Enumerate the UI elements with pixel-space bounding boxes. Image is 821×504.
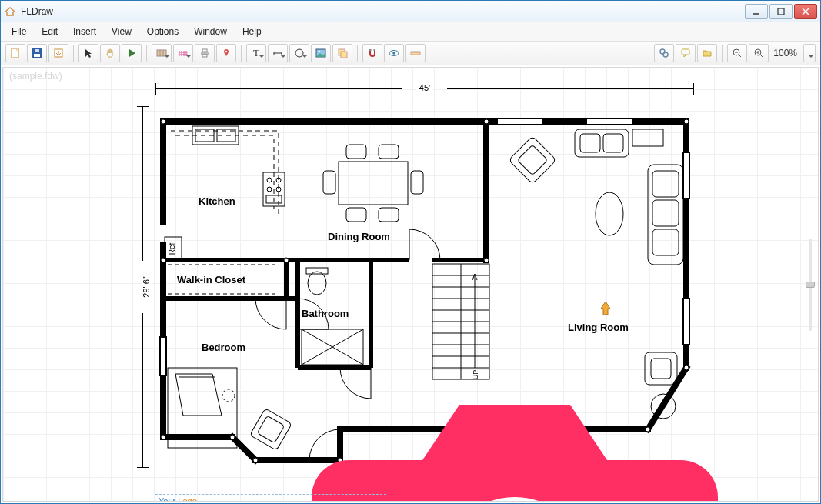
svg-rect-51 xyxy=(411,171,423,194)
dimension-horizontal: 45' xyxy=(155,83,694,95)
svg-point-13 xyxy=(225,51,227,52)
maximize-button[interactable] xyxy=(769,4,793,19)
new-file-button[interactable] xyxy=(5,44,25,62)
svg-point-90 xyxy=(484,119,489,124)
svg-rect-5 xyxy=(35,49,39,52)
text-tool[interactable]: T xyxy=(246,44,266,62)
svg-point-17 xyxy=(319,51,321,53)
dimension-height-label: 29' 6" xyxy=(142,273,151,300)
zoom-dropdown[interactable] xyxy=(803,44,816,62)
close-button[interactable] xyxy=(794,4,817,19)
svg-rect-63 xyxy=(575,129,629,157)
menu-help[interactable]: Help xyxy=(236,24,268,39)
menu-options[interactable]: Options xyxy=(141,24,185,39)
svg-point-92 xyxy=(161,258,165,262)
menu-view[interactable]: View xyxy=(105,24,138,39)
svg-rect-7 xyxy=(157,50,166,56)
svg-rect-67 xyxy=(652,171,679,197)
floor-plan: 45' 29' 6" xyxy=(155,83,694,489)
grid-button[interactable] xyxy=(152,44,172,62)
svg-rect-66 xyxy=(648,165,683,265)
svg-point-89 xyxy=(161,119,165,124)
svg-rect-87 xyxy=(683,299,689,345)
svg-point-39 xyxy=(267,178,272,182)
svg-point-83 xyxy=(222,389,235,402)
image-tool[interactable] xyxy=(311,44,331,62)
pan-tool[interactable] xyxy=(100,44,120,62)
svg-rect-69 xyxy=(652,229,679,255)
menubar: File Edit Insert View Options Window Hel… xyxy=(1,22,820,41)
settings-button[interactable] xyxy=(654,44,674,62)
ruler-button[interactable] xyxy=(405,44,426,62)
svg-rect-76 xyxy=(632,129,663,146)
import-button[interactable] xyxy=(48,44,68,62)
circle-icon xyxy=(294,48,305,58)
zoom-out-button[interactable] xyxy=(727,44,747,62)
logo-placeholder: Your Logo xyxy=(155,494,386,502)
layer-tool[interactable] xyxy=(332,44,352,62)
svg-rect-88 xyxy=(160,337,166,375)
svg-rect-48 xyxy=(346,208,366,222)
camera-icon[interactable] xyxy=(245,368,784,502)
folder-icon xyxy=(702,48,713,58)
menu-window[interactable]: Window xyxy=(188,24,233,39)
floorplan-drawing[interactable]: Kitchen Dining Room Living Room Walk-in … xyxy=(155,106,694,476)
svg-rect-84 xyxy=(497,118,543,125)
pointer-icon xyxy=(83,48,94,58)
shape-tool[interactable] xyxy=(289,44,309,62)
location-marker[interactable] xyxy=(599,300,612,317)
print-button[interactable] xyxy=(195,44,215,62)
minimize-button[interactable] xyxy=(745,4,768,19)
svg-rect-21 xyxy=(374,49,376,51)
snap-button[interactable] xyxy=(362,44,382,62)
save-icon xyxy=(32,48,42,58)
svg-rect-20 xyxy=(369,49,372,51)
play-button[interactable] xyxy=(122,44,142,62)
titlebar: FLDraw xyxy=(1,1,820,22)
save-button[interactable] xyxy=(27,44,47,62)
pin-button[interactable] xyxy=(216,44,236,62)
separator xyxy=(722,45,723,62)
dimension-tool[interactable] xyxy=(268,44,288,62)
svg-rect-71 xyxy=(517,145,548,175)
menu-edit[interactable]: Edit xyxy=(35,24,64,39)
play-icon xyxy=(126,48,137,58)
import-icon xyxy=(53,48,64,58)
svg-rect-86 xyxy=(683,152,689,199)
separator xyxy=(73,45,74,62)
svg-point-94 xyxy=(484,258,489,262)
vertical-slider[interactable] xyxy=(809,239,812,331)
label-kitchen: Kitchen xyxy=(199,195,235,207)
zoom-in-icon xyxy=(753,48,764,58)
grid-icon xyxy=(156,48,167,58)
logo-part1: Your xyxy=(159,496,178,502)
ruler-icon xyxy=(410,48,421,58)
visibility-button[interactable] xyxy=(384,44,404,62)
svg-rect-11 xyxy=(202,49,207,52)
canvas[interactable]: (sample.fdw) 45' 29' 6" xyxy=(2,67,819,502)
comment-button[interactable] xyxy=(676,44,696,62)
svg-line-30 xyxy=(739,55,741,57)
pointer-tool[interactable] xyxy=(78,44,98,62)
svg-rect-47 xyxy=(379,145,399,159)
svg-point-72 xyxy=(596,192,623,235)
svg-point-41 xyxy=(267,187,272,192)
zoom-in-button[interactable] xyxy=(749,44,769,62)
svg-rect-68 xyxy=(652,200,679,226)
svg-line-34 xyxy=(760,55,763,57)
svg-rect-27 xyxy=(682,49,689,55)
dimension-vertical: 29' 6" xyxy=(137,106,149,468)
gear-icon xyxy=(659,48,669,58)
svg-point-93 xyxy=(284,258,289,262)
menu-file[interactable]: File xyxy=(5,24,32,39)
svg-rect-45 xyxy=(339,162,408,205)
svg-rect-19 xyxy=(341,52,347,58)
fence-button[interactable] xyxy=(173,44,193,62)
logo-part2: Logo xyxy=(178,496,196,502)
svg-point-15 xyxy=(295,49,303,57)
arrow-marker-icon xyxy=(599,300,612,317)
hand-icon xyxy=(105,48,115,58)
folder-button[interactable] xyxy=(697,44,717,62)
menu-insert[interactable]: Insert xyxy=(67,24,102,39)
slider-thumb[interactable] xyxy=(806,282,815,288)
